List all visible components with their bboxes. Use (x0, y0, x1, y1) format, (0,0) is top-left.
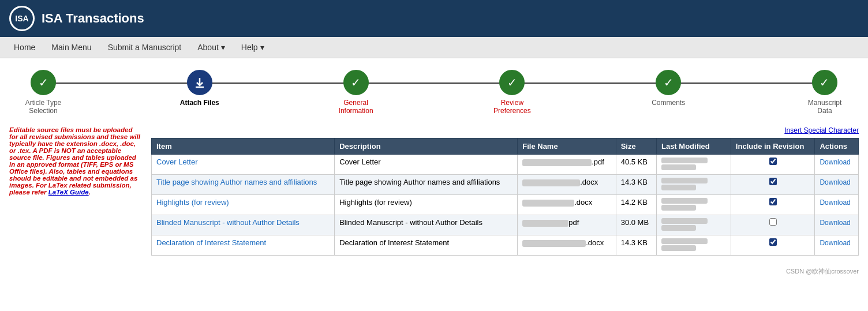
insert-special-character-link[interactable]: Insert Special Character (151, 126, 859, 134)
step-1-label: Article Type Selection (25, 99, 61, 115)
nav-submit-manuscript[interactable]: Submit a Manuscript (100, 37, 190, 58)
col-header-item: Item (152, 138, 335, 155)
step-attach-files: Attach Files (174, 70, 226, 107)
cell-last-modified (656, 155, 731, 175)
include-checkbox[interactable] (769, 218, 777, 226)
download-link[interactable]: Download (820, 178, 850, 186)
cell-item: Highlights (for review) (152, 195, 335, 215)
table-row: Title page showing Author names and affi… (152, 175, 859, 195)
item-link[interactable]: Blinded Manuscript - without Author Deta… (156, 218, 300, 227)
table-row: Declaration of Interest StatementDeclara… (152, 235, 859, 256)
cell-last-modified (656, 235, 731, 256)
table-row: Blinded Manuscript - without Author Deta… (152, 215, 859, 235)
cell-include (731, 195, 815, 215)
progress-steps: ✓ Article Type Selection Attach Files ✓ … (0, 58, 868, 121)
include-checkbox[interactable] (769, 178, 777, 185)
navigation-bar: Home Main Menu Submit a Manuscript About… (0, 37, 868, 58)
step-5-label: Comments (652, 99, 685, 107)
step-article-type: ✓ Article Type Selection (17, 70, 69, 115)
step-3-circle: ✓ (343, 70, 369, 95)
col-header-last-modified: Last Modified (656, 138, 731, 155)
nav-about[interactable]: About ▾ (189, 37, 233, 58)
nav-main-menu[interactable]: Main Menu (43, 37, 99, 58)
cell-actions: Download (815, 155, 859, 175)
cell-include (731, 235, 815, 256)
step-4-label: Review Preferences (493, 99, 531, 115)
table-row: Highlights (for review)Highlights (for r… (152, 195, 859, 215)
step-5-circle: ✓ (656, 70, 681, 95)
cell-size: 40.5 KB (616, 155, 656, 175)
cell-item: Cover Letter (152, 155, 335, 175)
cell-filename: .docx (518, 195, 616, 215)
step-general-info[interactable]: ✓ General Information (330, 70, 382, 115)
files-table: Item Description File Name Size Last Mod… (151, 138, 859, 256)
cell-actions: Download (815, 215, 859, 235)
cell-actions: Download (815, 235, 859, 256)
nav-home[interactable]: Home (6, 37, 43, 58)
step-review-prefs[interactable]: ✓ Review Preferences (486, 70, 538, 115)
logo-text: ISA (15, 14, 28, 23)
col-header-actions: Actions (815, 138, 859, 155)
cell-item: Title page showing Author names and affi… (152, 175, 335, 195)
step-manuscript-data: ✓ Manuscript Data (799, 70, 851, 115)
col-header-size: Size (616, 138, 656, 155)
nav-help[interactable]: Help ▾ (233, 37, 272, 58)
cell-include (731, 215, 815, 235)
include-checkbox[interactable] (769, 238, 777, 246)
item-link[interactable]: Declaration of Interest Statement (156, 238, 266, 247)
cell-size: 14.3 KB (616, 175, 656, 195)
item-link[interactable]: Title page showing Author names and affi… (156, 178, 317, 186)
step-1-circle: ✓ (31, 70, 56, 95)
include-checkbox[interactable] (769, 198, 777, 205)
download-icon (193, 76, 206, 89)
cell-description: Declaration of Interest Statement (335, 235, 518, 256)
cell-size: 14.2 KB (616, 195, 656, 215)
download-link[interactable]: Download (820, 219, 850, 227)
step-comments: ✓ Comments (642, 70, 694, 107)
latex-guide-link[interactable]: LaTeX Guide (48, 189, 89, 196)
cell-filename: pdf (518, 215, 616, 235)
step-6-circle: ✓ (812, 70, 837, 95)
download-link[interactable]: Download (820, 158, 850, 166)
download-link[interactable]: Download (820, 239, 850, 247)
cell-size: 14.3 KB (616, 235, 656, 256)
cell-description: Blinded Manuscript - without Author Deta… (335, 215, 518, 235)
download-link[interactable]: Download (820, 198, 850, 207)
cell-last-modified (656, 175, 731, 195)
site-title: ISA Transactions (42, 11, 144, 26)
cell-description: Cover Letter (335, 155, 518, 175)
right-content: Insert Special Character Item Descriptio… (151, 126, 859, 256)
table-row: Cover LetterCover Letter.pdf40.5 KBDownl… (152, 155, 859, 175)
step-6-label: Manuscript Data (808, 99, 842, 115)
cell-filename: .docx (518, 235, 616, 256)
cell-description: Title page showing Author names and affi… (335, 175, 518, 195)
page-header: ISA ISA Transactions (0, 0, 868, 37)
steps-line (35, 83, 833, 84)
cell-filename: .docx (518, 175, 616, 195)
cell-item: Declaration of Interest Statement (152, 235, 335, 256)
cell-size: 30.0 MB (616, 215, 656, 235)
footer-brand: CSDN @欧神仙crossover (0, 265, 868, 280)
main-content: Editable source files must be uploaded f… (0, 121, 868, 265)
col-header-filename: File Name (518, 138, 616, 155)
chevron-down-icon: ▾ (221, 43, 225, 52)
cell-description: Highlights (for review) (335, 195, 518, 215)
cell-last-modified (656, 215, 731, 235)
cell-last-modified (656, 195, 731, 215)
col-header-description: Description (335, 138, 518, 155)
cell-item: Blinded Manuscript - without Author Deta… (152, 215, 335, 235)
cell-include (731, 175, 815, 195)
step-3-label: General Information (339, 99, 373, 115)
cell-actions: Download (815, 175, 859, 195)
cell-include (731, 155, 815, 175)
step-2-circle (187, 70, 212, 95)
step-4-circle: ✓ (499, 70, 525, 95)
include-checkbox[interactable] (769, 158, 777, 165)
logo: ISA (9, 6, 35, 31)
item-link[interactable]: Highlights (for review) (156, 198, 229, 207)
cell-actions: Download (815, 195, 859, 215)
item-link[interactable]: Cover Letter (156, 158, 198, 166)
col-header-include: Include in Revision (731, 138, 815, 155)
step-2-label: Attach Files (180, 99, 219, 107)
cell-filename: .pdf (518, 155, 616, 175)
